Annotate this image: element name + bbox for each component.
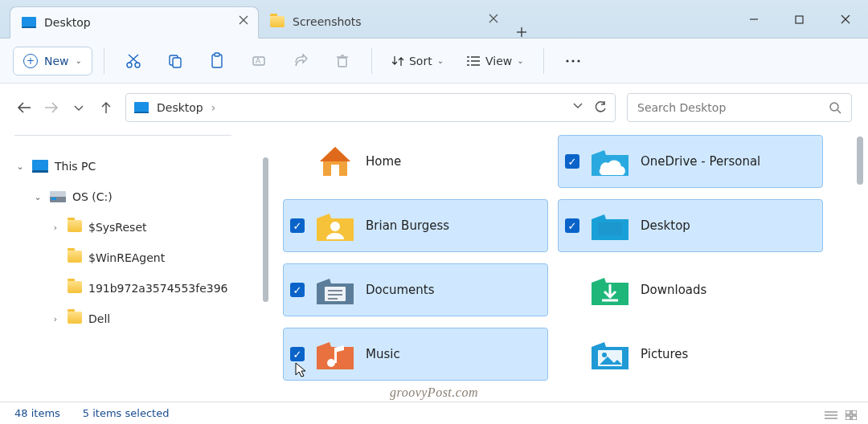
svg-text:A: A	[256, 57, 261, 65]
close-icon[interactable]	[489, 14, 498, 23]
svg-rect-61	[845, 416, 850, 420]
svg-point-36	[830, 103, 838, 111]
content-pane[interactable]: ✓Home✓OneDrive - Personal✓Brian Burgess✓…	[275, 132, 868, 402]
breadcrumb[interactable]: Desktop ›	[125, 93, 616, 122]
navigation-row: Desktop › Search Desktop	[0, 84, 868, 132]
close-icon[interactable]	[239, 15, 248, 25]
tree-twisty[interactable]: ›	[50, 314, 61, 324]
status-bar: 48 items 5 items selected	[0, 402, 868, 424]
ellipsis-icon	[565, 59, 581, 63]
svg-rect-34	[134, 102, 149, 112]
separator	[543, 48, 544, 74]
sort-icon	[391, 55, 404, 67]
content-item[interactable]: ✓Downloads	[558, 263, 823, 316]
view-icon	[466, 55, 481, 67]
rename-icon: A	[251, 53, 267, 69]
item-label: Desktop	[641, 218, 690, 233]
folder-icon	[68, 281, 82, 296]
sidebar-scrollbar[interactable]	[257, 132, 275, 402]
rename-button[interactable]: A	[241, 47, 276, 75]
add-tab-button[interactable]	[508, 26, 535, 38]
thumbnails-view-button[interactable]	[845, 410, 857, 420]
svg-rect-60	[852, 410, 857, 414]
folder-icon	[68, 251, 82, 265]
up-button[interactable]	[98, 101, 114, 114]
tree-item-label: Dell	[88, 312, 110, 325]
search-placeholder: Search Desktop	[637, 101, 726, 114]
tree-item[interactable]: ›$SysReset	[11, 212, 252, 243]
tree-twisty[interactable]: ⌄	[14, 161, 26, 172]
tree-item[interactable]: ⌄This PC	[11, 151, 252, 181]
checkbox-icon[interactable]: ✓	[290, 347, 305, 361]
music-icon	[314, 336, 356, 372]
content-item[interactable]: ✓Documents	[283, 263, 548, 316]
chevron-right-icon: ›	[211, 101, 216, 114]
checkbox-icon[interactable]: ✓	[565, 218, 579, 233]
titlebar: Desktop Screenshots	[0, 0, 868, 39]
cursor-icon	[295, 362, 308, 378]
tree-item[interactable]: ⌄OS (C:)	[11, 181, 252, 212]
svg-point-55	[602, 353, 607, 357]
svg-rect-35	[134, 112, 149, 113]
folder-icon	[68, 312, 82, 326]
navigation-pane[interactable]: ⌄This PC⌄OS (C:)›$SysReset$WinREAgent191…	[0, 132, 257, 402]
more-button[interactable]	[555, 47, 591, 75]
forward-button[interactable]	[43, 102, 59, 113]
back-button[interactable]	[16, 102, 32, 113]
close-window-button[interactable]	[827, 6, 864, 32]
tree-item[interactable]: 191b972a3574553fe396	[11, 273, 252, 304]
svg-point-33	[577, 59, 579, 62]
svg-rect-1	[22, 26, 36, 28]
svg-line-37	[837, 110, 841, 113]
cut-button[interactable]	[116, 47, 151, 75]
tree-item[interactable]: $WinREAgent	[11, 243, 252, 273]
share-icon	[293, 53, 309, 69]
share-button[interactable]	[283, 47, 318, 75]
svg-rect-41	[50, 191, 66, 197]
search-input[interactable]: Search Desktop	[627, 93, 852, 122]
content-item[interactable]: ✓OneDrive - Personal	[558, 135, 823, 188]
new-button[interactable]: + New ⌄	[13, 47, 92, 75]
sort-button[interactable]: Sort ⌄	[383, 47, 452, 75]
details-view-button[interactable]	[825, 410, 837, 420]
content-item[interactable]: ✓Home	[283, 135, 548, 188]
content-item[interactable]: ✓Music	[283, 328, 548, 381]
content-item[interactable]: ✓Pictures	[558, 328, 823, 381]
content-item[interactable]: ✓Brian Burgess	[283, 199, 548, 252]
copy-button[interactable]	[158, 47, 193, 75]
minimize-button[interactable]	[735, 6, 772, 32]
item-label: Pictures	[641, 347, 688, 361]
item-label: Music	[366, 347, 400, 361]
trash-icon	[334, 53, 350, 69]
svg-rect-22	[338, 58, 346, 67]
breadcrumb-segment[interactable]: Desktop	[157, 101, 203, 114]
svg-rect-17	[173, 58, 181, 67]
tab-screenshots[interactable]: Screenshots	[259, 6, 508, 38]
checkbox-icon[interactable]: ✓	[290, 283, 305, 297]
desktop-icon	[134, 102, 149, 113]
tree-twisty[interactable]: ⌄	[32, 192, 43, 202]
checkbox-icon[interactable]: ✓	[565, 154, 579, 169]
desktop-icon	[22, 17, 36, 28]
item-count: 48 items	[14, 407, 60, 419]
recent-locations-button[interactable]	[71, 104, 87, 112]
content-scrollbar[interactable]	[857, 137, 863, 185]
thispc-icon	[32, 160, 48, 173]
onedrive-icon	[589, 144, 631, 179]
view-button[interactable]: View ⌄	[458, 47, 532, 75]
selected-count: 5 items selected	[83, 407, 170, 419]
downloads-icon	[589, 272, 631, 308]
tab-desktop[interactable]: Desktop	[10, 6, 259, 39]
maximize-button[interactable]	[781, 6, 818, 32]
tree-twisty[interactable]: ›	[50, 222, 61, 233]
content-item[interactable]: ✓Desktop	[558, 199, 823, 252]
item-label: OneDrive - Personal	[641, 154, 760, 169]
paste-button[interactable]	[199, 47, 235, 75]
checkbox-icon[interactable]: ✓	[290, 218, 305, 233]
chevron-down-icon[interactable]	[573, 101, 583, 114]
refresh-button[interactable]	[594, 101, 607, 114]
sort-label: Sort	[409, 55, 432, 67]
delete-button[interactable]	[325, 47, 360, 75]
tree-item[interactable]: ›Dell	[11, 304, 252, 334]
tree-item-label: $SysReset	[88, 221, 146, 234]
